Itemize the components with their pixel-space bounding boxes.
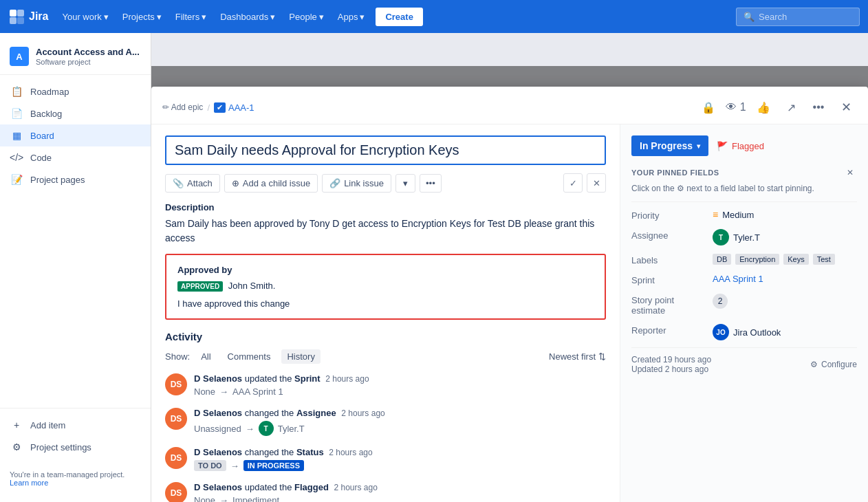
modal-footer-info: Created 19 hours ago Updated 2 hours ago… bbox=[631, 355, 857, 374]
activity-sort[interactable]: Newest first ⇅ bbox=[549, 351, 606, 362]
status-tag-inprogress: IN PROGRESS bbox=[243, 460, 304, 471]
label-test[interactable]: Test bbox=[813, 254, 835, 265]
story-points-value[interactable]: 2 bbox=[713, 294, 857, 309]
toolbar-cancel-button[interactable]: ✕ bbox=[587, 173, 606, 193]
svg-rect-1 bbox=[17, 10, 24, 17]
attach-button[interactable]: 📎 Attach bbox=[165, 174, 220, 193]
confirm-button[interactable]: ✓ bbox=[563, 173, 583, 193]
nav-people[interactable]: People ▾ bbox=[283, 8, 329, 26]
activity-section: Activity Show: All Comments History Newe… bbox=[165, 331, 606, 502]
label-db[interactable]: DB bbox=[713, 254, 731, 265]
sidebar-item-project-pages[interactable]: 📝 Project pages bbox=[0, 168, 151, 190]
priority-label: Priority bbox=[631, 209, 707, 221]
svg-rect-3 bbox=[17, 17, 24, 24]
activity-content: D Selaenos updated the Sprint 2 hours ag… bbox=[194, 373, 606, 397]
priority-icon: ≡ bbox=[713, 209, 718, 220]
child-issue-icon: ⊕ bbox=[232, 178, 239, 188]
sidebar-item-board[interactable]: ▦ Board bbox=[0, 124, 151, 146]
share-button[interactable]: ↗ bbox=[780, 96, 802, 118]
nav-apps[interactable]: Apps ▾ bbox=[332, 8, 371, 26]
close-pinned-button[interactable]: ✕ bbox=[843, 166, 857, 179]
label-keys[interactable]: Keys bbox=[783, 254, 808, 265]
sidebar-item-add-item[interactable]: + Add item bbox=[0, 414, 151, 436]
sprint-label: Sprint bbox=[631, 274, 707, 285]
configure-button[interactable]: ⚙ Configure bbox=[810, 360, 857, 369]
status-tag-todo: TO DO bbox=[194, 460, 226, 471]
sidebar-project[interactable]: A Account Access and A... Software proje… bbox=[0, 41, 151, 75]
watch-button[interactable]: 👁 1 bbox=[725, 96, 747, 118]
link-issue-button[interactable]: 🔗 Link issue bbox=[322, 174, 391, 193]
approved-note: I have approved this change bbox=[177, 298, 594, 309]
activity-item: DS D Selaenos updated the Flagged 2 hour… bbox=[165, 482, 606, 502]
activity-item: DS D Selaenos changed the Assignee 2 hou… bbox=[165, 408, 606, 436]
sidebar-item-code[interactable]: </> Code bbox=[0, 146, 151, 168]
lock-button[interactable]: 🔒 bbox=[697, 96, 719, 118]
breadcrumb-issue[interactable]: ✔ AAA-1 bbox=[214, 102, 254, 113]
reporter-value[interactable]: JO Jira Outlook bbox=[713, 324, 857, 340]
assignee-avatar: T bbox=[259, 421, 274, 436]
issue-title-input[interactable] bbox=[165, 135, 606, 165]
pinned-fields-header: YOUR PINNED FIELDS ✕ bbox=[631, 166, 857, 179]
status-header-area: In Progress ▾ 🚩 Flagged bbox=[631, 135, 857, 156]
filter-comments-button[interactable]: Comments bbox=[222, 349, 276, 364]
field-row-sprint: Sprint AAA Sprint 1 bbox=[631, 270, 857, 290]
sidebar-item-backlog[interactable]: 📄 Backlog bbox=[0, 102, 151, 124]
sprint-value[interactable]: AAA Sprint 1 bbox=[713, 274, 857, 284]
more-actions-button[interactable]: ••• bbox=[807, 96, 829, 118]
svg-rect-0 bbox=[10, 10, 17, 17]
activity-detail: None → Impediment bbox=[194, 495, 606, 502]
status-button[interactable]: In Progress ▾ bbox=[631, 135, 708, 156]
modal-main: 📎 Attach ⊕ Add a child issue 🔗 Link issu… bbox=[151, 124, 620, 502]
filter-history-button[interactable]: History bbox=[281, 349, 320, 364]
project-type: Software project bbox=[36, 58, 140, 66]
avatar: DS bbox=[165, 408, 187, 430]
more-toolbar-dropdown[interactable]: ▾ bbox=[395, 174, 415, 193]
field-divider bbox=[631, 201, 857, 202]
field-row-reporter: Reporter JO Jira Outlook bbox=[631, 320, 857, 345]
description-text: Sam Daily has been approved by Tony D ge… bbox=[165, 217, 606, 245]
sidebar: A Account Access and A... Software proje… bbox=[0, 33, 151, 502]
approved-box: Approved by APPROVED John Smith. I have … bbox=[165, 254, 606, 320]
sidebar-item-roadmap[interactable]: 📋 Roadmap bbox=[0, 80, 151, 102]
modal-overlay: ✏ Add epic / ✔ AAA-1 🔒 👁 1 👍 ↗ ••• ✕ bbox=[151, 66, 868, 502]
avatar: DS bbox=[165, 482, 187, 502]
priority-value[interactable]: ≡ Medium bbox=[713, 209, 857, 220]
filter-all-button[interactable]: All bbox=[195, 349, 216, 364]
field-divider-bottom bbox=[631, 347, 857, 348]
sidebar-bottom: + Add item ⚙ Project settings bbox=[0, 408, 151, 463]
modal-sidebar: In Progress ▾ 🚩 Flagged YOUR PINNED FIEL… bbox=[620, 124, 868, 502]
breadcrumb: ✏ Add epic / ✔ AAA-1 bbox=[162, 102, 692, 113]
learn-more-link[interactable]: Learn more bbox=[10, 479, 48, 487]
code-icon: </> bbox=[10, 152, 23, 163]
jira-logo[interactable]: Jira bbox=[8, 8, 48, 25]
search-icon: 🔍 bbox=[744, 12, 755, 22]
board-icon: ▦ bbox=[10, 130, 23, 141]
sidebar-item-project-settings[interactable]: ⚙ Project settings bbox=[0, 436, 151, 458]
labels-value: DB Encryption Keys Test bbox=[713, 254, 857, 265]
modal-header-actions: 🔒 👁 1 👍 ↗ ••• ✕ bbox=[697, 96, 857, 118]
assignee-value[interactable]: T Tyler.T bbox=[713, 229, 857, 245]
description-label: Description bbox=[165, 202, 606, 212]
nav-your-work[interactable]: Your work ▾ bbox=[56, 8, 113, 26]
search-bar[interactable]: 🔍 Search bbox=[736, 8, 860, 26]
field-row-labels: Labels DB Encryption Keys Test bbox=[631, 250, 857, 270]
nav-projects[interactable]: Projects ▾ bbox=[117, 8, 167, 26]
nav-filters[interactable]: Filters ▾ bbox=[170, 8, 212, 26]
link-icon: 🔗 bbox=[329, 178, 340, 188]
breadcrumb-edit[interactable]: ✏ Add epic bbox=[162, 102, 203, 112]
activity-label: Activity bbox=[165, 331, 606, 342]
add-child-issue-button[interactable]: ⊕ Add a child issue bbox=[224, 174, 318, 193]
nav-dashboards[interactable]: Dashboards ▾ bbox=[215, 8, 281, 26]
assignee-avatar: T bbox=[713, 229, 729, 245]
label-encryption[interactable]: Encryption bbox=[735, 254, 779, 265]
flag-icon: 🚩 bbox=[717, 141, 728, 151]
sidebar-nav: 📋 Roadmap 📄 Backlog ▦ Board </> Code 📝 P… bbox=[0, 75, 151, 408]
updated-text: Updated 2 hours ago bbox=[631, 364, 711, 374]
like-button[interactable]: 👍 bbox=[752, 96, 774, 118]
more-toolbar-button[interactable]: ••• bbox=[420, 174, 442, 193]
breadcrumb-separator: / bbox=[207, 102, 210, 113]
create-button[interactable]: Create bbox=[376, 8, 422, 26]
activity-detail: TO DO → IN PROGRESS bbox=[194, 460, 606, 471]
close-button[interactable]: ✕ bbox=[835, 96, 857, 118]
labels-label: Labels bbox=[631, 254, 707, 265]
